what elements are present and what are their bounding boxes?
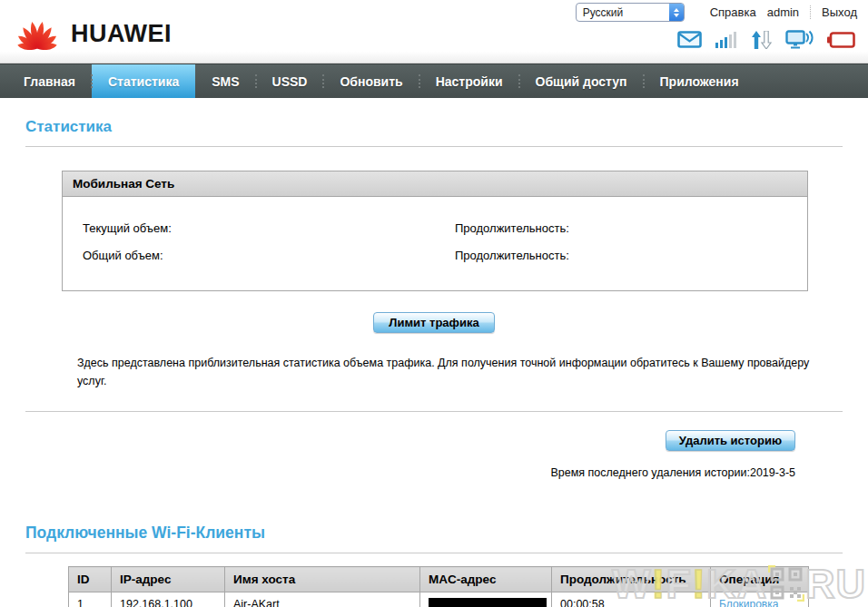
col-id: ID bbox=[69, 567, 112, 592]
nav-item-statistics[interactable]: Статистика bbox=[92, 64, 195, 98]
panel-title: Мобильная Сеть bbox=[63, 171, 807, 197]
main-content: Статистика Мобильная Сеть Текущий объем:… bbox=[0, 118, 868, 607]
wifi-clients-title: Подключенные Wi-Fi-Клиенты bbox=[25, 524, 843, 543]
wifi-broadcast-icon bbox=[785, 30, 814, 49]
main-nav: Главная Статистика SMS USSD Обновить Нас… bbox=[0, 64, 868, 98]
last-clear-text: Время последнего удаления истории:2019-3… bbox=[25, 466, 795, 479]
table-header-row: ID IP-адрес Имя хоста MAC-адрес Продолжи… bbox=[69, 567, 809, 592]
nav-item-apps[interactable]: Приложения bbox=[644, 64, 755, 98]
total-volume-value bbox=[163, 249, 169, 262]
wifi-clients-table: ID IP-адрес Имя хоста MAC-адрес Продолжи… bbox=[68, 566, 809, 607]
col-mac: MAC-адрес bbox=[420, 567, 552, 592]
app-header: HUAWEI Русский Справка admin Выход bbox=[0, 0, 868, 64]
cell-operation: Блокировка bbox=[711, 592, 809, 607]
battery-icon bbox=[827, 32, 855, 48]
traffic-limit-button[interactable]: Лимит трафика bbox=[373, 312, 495, 333]
col-operation: Операция bbox=[711, 567, 809, 592]
brand-name: HUAWEI bbox=[71, 20, 172, 48]
status-icons bbox=[677, 30, 855, 49]
current-volume-value bbox=[172, 221, 177, 235]
huawei-logo: HUAWEI bbox=[13, 0, 172, 63]
nav-item-sharing[interactable]: Общий доступ bbox=[519, 64, 644, 98]
select-arrows-icon bbox=[669, 4, 684, 21]
language-select-value: Русский bbox=[583, 6, 624, 19]
mail-icon[interactable] bbox=[677, 31, 702, 48]
nav-item-ussd[interactable]: USSD bbox=[256, 64, 324, 98]
upload-download-icon bbox=[751, 31, 772, 49]
cell-id: 1 bbox=[69, 592, 112, 607]
block-client-link[interactable]: Блокировка bbox=[719, 598, 778, 607]
stats-note: Здесь представлена приблизительная стати… bbox=[77, 354, 821, 390]
current-duration-value bbox=[569, 221, 575, 235]
huawei-flower-icon bbox=[13, 10, 62, 59]
cell-mac bbox=[420, 592, 552, 607]
total-volume-label: Общий объем: bbox=[63, 249, 163, 262]
cell-host: Air-AKart bbox=[225, 592, 420, 607]
logout-link[interactable]: Выход bbox=[810, 5, 857, 19]
col-duration: Продолжительность bbox=[552, 567, 711, 592]
language-select[interactable]: Русский bbox=[576, 3, 685, 22]
cell-duration: 00:00:58 bbox=[552, 592, 711, 607]
total-duration-label: Продолжительность: bbox=[435, 249, 569, 262]
nav-item-settings[interactable]: Настройки bbox=[419, 64, 519, 98]
current-volume-label: Текущий объем: bbox=[63, 221, 172, 235]
help-link[interactable]: Справка bbox=[710, 5, 756, 19]
table-row: 1 192.168.1.100 Air-AKart 00:00:58 Блоки… bbox=[69, 592, 809, 607]
signal-strength-icon bbox=[715, 32, 737, 48]
nav-item-update[interactable]: Обновить bbox=[323, 64, 419, 98]
total-duration-value bbox=[569, 249, 575, 262]
col-host: Имя хоста bbox=[225, 567, 420, 592]
user-link[interactable]: admin bbox=[767, 5, 799, 19]
clear-history-button[interactable]: Удалить историю bbox=[666, 430, 795, 451]
page-title: Статистика bbox=[25, 118, 843, 136]
current-duration-label: Продолжительность: bbox=[435, 221, 569, 235]
nav-item-home[interactable]: Главная bbox=[7, 64, 92, 98]
mobile-network-panel: Мобильная Сеть Текущий объем: Продолжите… bbox=[62, 171, 808, 291]
cell-ip: 192.168.1.100 bbox=[112, 592, 225, 607]
col-ip: IP-адрес bbox=[112, 567, 225, 592]
nav-item-sms[interactable]: SMS bbox=[195, 64, 255, 98]
mac-redaction-bar bbox=[429, 598, 547, 607]
